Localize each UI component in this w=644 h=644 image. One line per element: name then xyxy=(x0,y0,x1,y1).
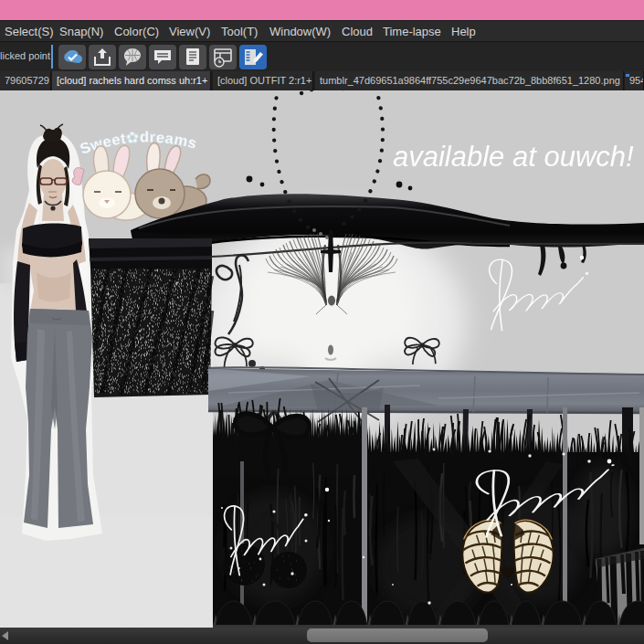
svg-text:available at ouwch!: available at ouwch! xyxy=(393,141,634,173)
